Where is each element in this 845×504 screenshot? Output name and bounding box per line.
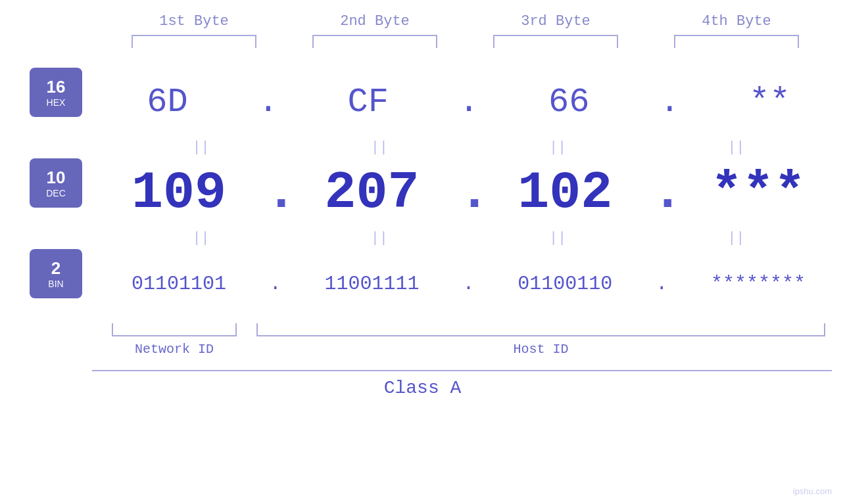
network-id-bracket (112, 323, 237, 336)
dec-base-name: DEC (46, 188, 66, 198)
eq-cell-1c: || (495, 139, 620, 156)
eq-cell-2a: || (139, 230, 264, 246)
eq-row-1: || || || || (0, 139, 845, 156)
eq-cell-1d: || (673, 139, 798, 156)
byte3-label: 3rd Byte (490, 13, 621, 30)
dec-row: 10 DEC 109 . 207 . 102 . *** (0, 158, 845, 227)
eq-cell-2b: || (317, 230, 442, 246)
bin-dot2: . (458, 273, 478, 295)
bracket-top-3 (493, 35, 618, 48)
hex-dot1: . (258, 83, 278, 122)
hex-base-name: HEX (47, 97, 66, 108)
eq-cell-2d: || (673, 230, 798, 246)
byte-headers: 1st Byte 2nd Byte 3rd Byte 4th Byte (104, 13, 827, 30)
top-brackets (104, 35, 827, 48)
byte2-label: 2nd Byte (309, 13, 441, 30)
eq-row-2: || || || || (0, 230, 845, 246)
dec-dot2: . (458, 163, 478, 223)
bin-base-number: 2 (51, 258, 60, 279)
bottom-brackets-container: Network ID Host ID (92, 323, 845, 357)
bottom-spacer (0, 323, 92, 357)
hex-val1: 6D (147, 83, 187, 122)
dec-badge-col: 10 DEC (0, 158, 92, 227)
dec-val4: *** (711, 163, 806, 223)
main-container: 1st Byte 2nd Byte 3rd Byte 4th Byte 16 H… (0, 0, 845, 504)
bin-base-name: BIN (48, 279, 63, 289)
eq-vals-col-2: || || || || (92, 230, 845, 246)
hex-val4: ** (749, 83, 790, 122)
dec-dot1: . (266, 163, 285, 223)
bin-dot3: . (652, 273, 671, 295)
bin-val2: 11001111 (325, 273, 420, 295)
dec-badge: 10 DEC (30, 158, 82, 208)
network-id-label: Network ID (135, 342, 214, 357)
watermark: ipshu.com (793, 486, 832, 496)
hex-dot2: . (458, 83, 478, 122)
bin-val3: 01100110 (518, 273, 612, 295)
dec-values-col: 109 . 207 . 102 . *** (92, 163, 845, 223)
hex-badge: 16 HEX (30, 68, 82, 117)
eq-cell-1b: || (317, 139, 442, 156)
hex-badge-col: 16 HEX (0, 68, 92, 137)
bin-badge: 2 BIN (30, 249, 82, 298)
bracket-top-4 (674, 35, 799, 48)
class-label: Class A (0, 378, 845, 398)
host-id-label: Host ID (256, 342, 825, 357)
bracket-top-1 (132, 35, 256, 48)
bin-dot1: . (266, 273, 285, 295)
byte4-label: 4th Byte (671, 13, 802, 30)
bracket-top-2 (312, 35, 437, 48)
network-id-section: Network ID (112, 323, 237, 357)
hex-row: 16 HEX 6D . CF . 66 . ** (0, 68, 845, 137)
class-section: Class A (0, 370, 845, 398)
class-bracket-line (92, 370, 832, 371)
bin-row: 2 BIN 01101101 . 11001111 . 01100110 . *… (0, 249, 845, 318)
hex-val2: CF (348, 83, 389, 122)
hex-dot3: . (660, 83, 679, 122)
eq-cell-1a: || (139, 139, 264, 156)
host-id-section: Host ID (256, 323, 825, 357)
bin-values-col: 01101101 . 11001111 . 01100110 . *******… (92, 273, 845, 295)
hex-base-number: 16 (47, 77, 66, 97)
eq-vals-col-1: || || || || (92, 139, 845, 156)
dec-val1: 109 (132, 163, 226, 223)
bin-val4: ******** (711, 273, 806, 295)
bin-val1: 01101101 (132, 273, 226, 295)
dec-val2: 207 (325, 163, 420, 223)
dec-base-number: 10 (47, 168, 66, 188)
hex-val3: 66 (548, 83, 589, 122)
byte1-label: 1st Byte (128, 13, 260, 30)
bottom-brackets-section: Network ID Host ID (0, 323, 845, 357)
host-id-bracket (256, 323, 825, 336)
dec-dot3: . (652, 163, 671, 223)
dec-val3: 102 (518, 163, 612, 223)
eq-cell-2c: || (495, 230, 620, 246)
bin-badge-col: 2 BIN (0, 249, 92, 318)
hex-values-col: 6D . CF . 66 . ** (92, 83, 845, 122)
